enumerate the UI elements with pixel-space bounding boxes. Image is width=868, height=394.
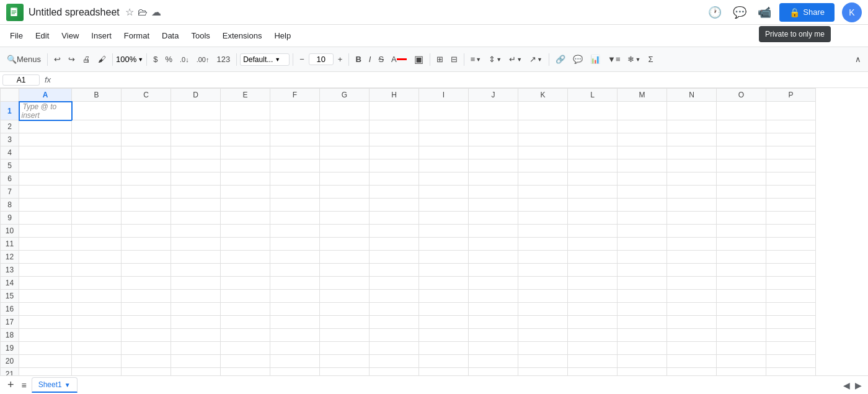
cell-B7[interactable] <box>72 186 122 199</box>
cell-A13[interactable] <box>19 264 72 277</box>
comment-insert-button[interactable]: 💬 <box>570 52 586 66</box>
cell-E19[interactable] <box>221 342 270 355</box>
cell-G16[interactable] <box>320 303 370 316</box>
cell-J14[interactable] <box>469 277 518 290</box>
cell-reference-input[interactable] <box>2 74 40 86</box>
cell-K7[interactable] <box>518 186 568 199</box>
cell-M9[interactable] <box>618 212 667 225</box>
cell-F4[interactable] <box>270 146 320 159</box>
cell-N20[interactable] <box>667 355 717 368</box>
formula-button[interactable]: Σ <box>645 52 656 66</box>
folder-icon[interactable]: 🗁 <box>138 7 148 18</box>
cell-H16[interactable] <box>370 303 419 316</box>
row-header-12[interactable]: 12 <box>1 251 19 264</box>
cell-P11[interactable] <box>766 238 816 251</box>
cell-H1[interactable] <box>370 102 419 120</box>
cell-N6[interactable] <box>667 172 717 186</box>
cell-C5[interactable] <box>122 159 171 172</box>
cell-M21[interactable] <box>618 368 667 376</box>
cell-J7[interactable] <box>469 186 518 199</box>
cell-P6[interactable] <box>766 172 816 186</box>
cell-L6[interactable] <box>568 172 618 186</box>
cell-G14[interactable] <box>320 277 370 290</box>
cell-H19[interactable] <box>370 342 419 355</box>
cell-E18[interactable] <box>221 329 270 342</box>
cell-D3[interactable] <box>171 133 221 146</box>
cell-G7[interactable] <box>320 186 370 199</box>
cell-J5[interactable] <box>469 159 518 172</box>
v-align-button[interactable]: ⇕▼ <box>485 52 505 66</box>
menu-help[interactable]: Help <box>268 29 297 43</box>
cell-J1[interactable] <box>469 102 518 120</box>
row-header-7[interactable]: 7 <box>1 186 19 199</box>
col-header-B[interactable]: B <box>72 89 122 102</box>
cell-C2[interactable] <box>122 120 171 133</box>
cell-M3[interactable] <box>618 133 667 146</box>
cell-I21[interactable] <box>419 368 469 376</box>
cell-I16[interactable] <box>419 303 469 316</box>
cell-C17[interactable] <box>122 316 171 329</box>
cell-E16[interactable] <box>221 303 270 316</box>
cell-P14[interactable] <box>766 277 816 290</box>
cell-H20[interactable] <box>370 355 419 368</box>
cell-L12[interactable] <box>568 251 618 264</box>
cell-I5[interactable] <box>419 159 469 172</box>
cell-A14[interactable] <box>19 277 72 290</box>
highlight-color-button[interactable]: ▣ <box>411 51 427 68</box>
cell-J12[interactable] <box>469 251 518 264</box>
cell-P20[interactable] <box>766 355 816 368</box>
print-button[interactable]: 🖨 <box>79 52 94 66</box>
menu-view[interactable]: View <box>55 29 85 43</box>
row-header-2[interactable]: 2 <box>1 120 19 133</box>
cell-P1[interactable] <box>766 102 816 120</box>
merge-cells-button[interactable]: ⊟ <box>448 52 461 66</box>
cell-C14[interactable] <box>122 277 171 290</box>
cell-L4[interactable] <box>568 146 618 159</box>
cell-H18[interactable] <box>370 329 419 342</box>
cell-P18[interactable] <box>766 329 816 342</box>
formula-input[interactable] <box>56 74 866 85</box>
cell-M7[interactable] <box>618 186 667 199</box>
format-123-button[interactable]: 123 <box>213 52 233 66</box>
cell-G5[interactable] <box>320 159 370 172</box>
cell-J16[interactable] <box>469 303 518 316</box>
menu-extensions[interactable]: Extensions <box>216 29 268 43</box>
cell-D18[interactable] <box>171 329 221 342</box>
percent-button[interactable]: % <box>162 52 175 66</box>
cell-H11[interactable] <box>370 238 419 251</box>
cell-C18[interactable] <box>122 329 171 342</box>
undo-button[interactable]: ↩ <box>51 52 64 66</box>
cell-G11[interactable] <box>320 238 370 251</box>
cell-M4[interactable] <box>618 146 667 159</box>
cell-H21[interactable] <box>370 368 419 376</box>
cell-P3[interactable] <box>766 133 816 146</box>
cell-O3[interactable] <box>717 133 766 146</box>
cell-H10[interactable] <box>370 225 419 238</box>
cell-N11[interactable] <box>667 238 717 251</box>
cell-J21[interactable] <box>469 368 518 376</box>
cell-K20[interactable] <box>518 355 568 368</box>
cell-I2[interactable] <box>419 120 469 133</box>
cell-D12[interactable] <box>171 251 221 264</box>
link-button[interactable]: 🔗 <box>552 52 569 66</box>
cell-M13[interactable] <box>618 264 667 277</box>
chart-button[interactable]: 📊 <box>587 52 603 66</box>
row-header-11[interactable]: 11 <box>1 238 19 251</box>
cell-L2[interactable] <box>568 120 618 133</box>
cell-O12[interactable] <box>717 251 766 264</box>
cell-C8[interactable] <box>122 199 171 212</box>
cell-B16[interactable] <box>72 303 122 316</box>
cell-A6[interactable] <box>19 172 72 186</box>
freeze-button[interactable]: ❄▼ <box>624 52 644 66</box>
cell-C6[interactable] <box>122 172 171 186</box>
cell-K21[interactable] <box>518 368 568 376</box>
menu-insert[interactable]: Insert <box>85 29 118 43</box>
menu-tools[interactable]: Tools <box>185 29 216 43</box>
cell-E21[interactable] <box>221 368 270 376</box>
cell-D6[interactable] <box>171 172 221 186</box>
cell-J4[interactable] <box>469 146 518 159</box>
menu-edit[interactable]: Edit <box>29 29 55 43</box>
cell-G13[interactable] <box>320 264 370 277</box>
col-header-E[interactable]: E <box>221 89 270 102</box>
cell-N14[interactable] <box>667 277 717 290</box>
